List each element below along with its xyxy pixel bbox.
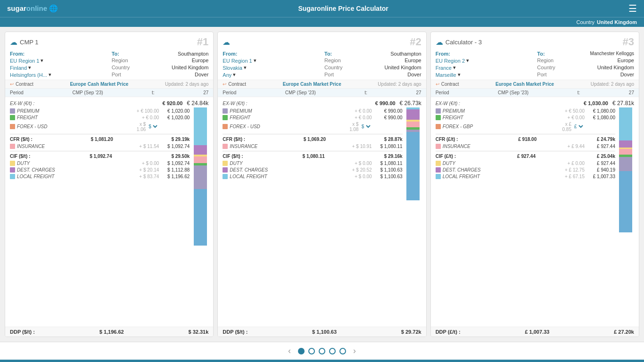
upload-icon-1[interactable]: ☁ [10,38,17,47]
duty-row-2: DUTY + $ 0.00 $ 1,080.11 [223,160,402,166]
period-row-2: Period CMP (Sep '23) t: 27 [218,89,426,97]
cif-label-2: CIF ($/t) : [223,154,243,159]
forex-name-1: FOREX - USD [17,124,133,129]
dest-plus-2: + $ 20.52 [346,167,372,173]
cfr-value-1: $ 1,081.20 [91,137,113,142]
region-dropdown-3[interactable]: ▾ [466,58,469,64]
card-1-number: #1 [197,36,208,48]
freight-row-1: FREIGHT + € 0.00 € 1,020.00 [10,114,190,121]
card-2-title: ☁ [223,38,232,47]
freight-plus-1: + € 0.00 [133,115,159,120]
cif-value-1: $ 1,092.74 [90,154,112,159]
to-city-3: Manchester Kelloggs [590,51,634,57]
market-price-3: Europe Cash Market Price [495,82,554,87]
forex-select-1[interactable]: $ [147,123,159,130]
to-region-2: Europe [405,58,421,64]
local-row-3: LOCAL FREIGHT + £ 67.15 £ 1,007.33 [436,173,615,180]
updated-1: Updated: 2 days ago [165,82,208,87]
period-row-3: Period CMP (Sep '23) t: 27 [431,89,639,97]
to-label-3: To: [537,51,545,57]
nav-prev-button[interactable]: ‹ [288,346,291,356]
country-dropdown-1[interactable]: ▾ [28,65,31,71]
market-price-1: Europe Cash Market Price [70,82,128,87]
cfr-row-3: CFR (£/t) : £ 918.00 £ 24.79k [436,136,615,143]
dest-name-1: DEST. CHARGES [17,167,133,173]
exw-total-2: € 26.73k [396,100,421,107]
nav-dot-2[interactable] [308,348,315,354]
freight-cum-2: € 990.00 [372,115,403,120]
dest-color-2 [223,167,228,173]
duty-color-3 [436,161,441,166]
local-name-3: LOCAL FREIGHT [443,174,559,179]
forex-select-3[interactable]: £ [572,123,585,130]
ddp-value-3: £ 1,007.33 [525,329,549,335]
country-dropdown-3[interactable]: ▾ [453,65,456,71]
cif-row-2: CIF ($/t) : $ 1,080.11 $ 29.16k [223,153,402,160]
freight-row-2: FREIGHT + € 0.00 € 990.00 [223,114,402,121]
to-port-2: Dover [407,72,421,78]
forex-row-1: FOREX - USD x $ 1.06 $ [10,121,190,132]
ddp-footer-2: DDP ($/t) : $ 1,100.63 $ 29.72k [218,327,426,337]
cfr-divider-1 [10,134,190,134]
local-name-1: LOCAL FREIGHT [17,174,133,179]
nav-dot-1[interactable] [298,348,305,354]
ddp-label-1: DDP ($/t) : [10,329,35,335]
country-dropdown-2[interactable]: ▾ [244,65,247,71]
exw-label-3: EX-W (€/t) : [436,101,584,106]
insurance-plus-1: + $ 11.54 [133,144,159,149]
hamburger-menu[interactable]: ☰ [628,3,637,14]
duty-color-1 [10,161,15,166]
exw-row-2: EX-W (€/t) : € 990.00 € 26.73k [223,99,421,107]
items-col-3: PREMIUM + € 50.00 € 1,080.00 FREIGHT + €… [436,107,615,232]
ddp-total-3: £ 27.20k [614,329,634,335]
cif-divider-2 [223,151,402,151]
bar-local-3 [619,107,632,140]
upload-icon-2[interactable]: ☁ [223,38,230,47]
local-plus-3: + £ 67.15 [559,174,585,179]
nav-next-button[interactable]: › [353,346,356,356]
duty-cum-3: £ 927.44 [585,161,615,166]
items-col-2: PREMIUM + € 0.00 € 990.00 FREIGHT + € 0.… [223,107,402,200]
insurance-color-3 [436,144,441,149]
dest-plus-1: + $ 20.14 [133,167,159,173]
exw-total-3: € 27.81k [608,100,634,107]
forex-select-2[interactable]: $ [360,123,372,130]
to-region-row-2: Region Europe [324,58,421,64]
port-dropdown-1[interactable]: ▾ [49,72,51,78]
ddp-value-1: $ 1,196.62 [99,329,124,335]
to-label-2: To: [324,51,332,57]
bar-dest-1 [194,145,207,155]
from-port-row-1: Helsingfors (H... ▾ [10,72,107,78]
ddp-label-2: DDP ($/t) : [223,329,248,335]
port-dropdown-3[interactable]: ▾ [458,72,461,78]
bar-ins-1 [194,156,207,163]
card-1-title: ☁ CMP 1 [10,38,39,47]
bar-dest-3 [619,140,632,148]
port-label-3: Port [537,72,546,78]
port-dropdown-2[interactable]: ▾ [233,72,236,78]
t-value-2: 27 [416,90,421,95]
t-value-1: 27 [203,90,208,95]
upload-icon-3[interactable]: ☁ [436,38,443,47]
contract-label-2: ↩ Contract [223,82,246,87]
freight-row-3: FREIGHT + € 0.00 € 1,080.00 [436,114,615,121]
nav-dot-4[interactable] [329,348,336,354]
bar-local-1 [194,107,207,145]
region-dropdown-1[interactable]: ▾ [41,58,43,64]
card-3-number: #3 [623,36,634,48]
from-port-row-3: Marseille ▾ [436,72,533,78]
market-price-2: Europe Cash Market Price [283,82,341,87]
duty-plus-1: + $ 0.00 [133,161,159,166]
from-label-2: From: [223,51,320,57]
nav-dot-3[interactable] [319,348,325,354]
period-row-1: Period CMP (Sep '23) t: 27 [5,89,213,97]
to-city-2: Southampton [390,51,421,57]
local-color-2 [223,174,228,179]
region-dropdown-2[interactable]: ▾ [254,58,256,64]
nav-dot-5[interactable] [339,348,346,354]
country-selector: Country United Kingdom [577,19,637,25]
exw-label-2: EX-W (€/t) : [223,101,375,106]
price-section-3: EX-W (€/t) : € 1,030.00 € 27.81k PREMIUM… [431,97,639,327]
to-country-row-1: Country United Kingdom [112,65,209,71]
premium-plus-3: + € 50.00 [559,108,585,114]
